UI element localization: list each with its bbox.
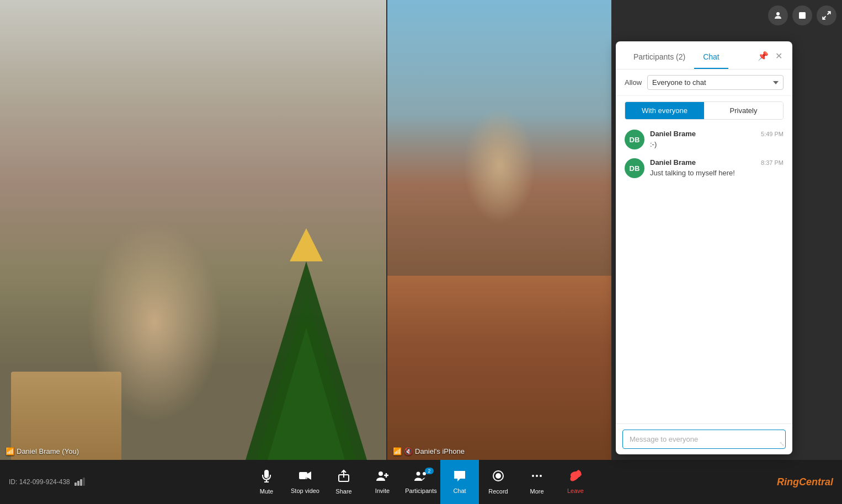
video-label-2: 📶 🔇 Daniel's iPhone [393,447,465,455]
svg-rect-7 [83,478,85,486]
toolbar-mute[interactable]: ▲ Mute [247,460,286,504]
svg-point-17 [417,472,420,476]
chat-input[interactable] [622,430,786,449]
svg-rect-4 [74,482,77,486]
leave-icon [568,470,583,485]
mode-privately[interactable]: Privately [704,102,783,119]
message-header-1: Daniel Brame 5:49 PM [650,130,784,138]
resize-handle: ⤡ [779,440,785,448]
top-bar-icons [768,6,836,25]
invite-label: Invite [375,487,390,494]
invite-icon [375,470,390,485]
pin-button[interactable]: 📌 [756,50,770,62]
svg-point-22 [536,475,538,477]
avatar-2: DB [625,158,644,178]
message-text-2: Just talking to myself here! [650,168,784,178]
mute-label: Mute [260,488,273,495]
mode-with-everyone[interactable]: With everyone [625,102,704,119]
record-label: Record [488,488,508,495]
allow-select[interactable]: Everyone to chat [647,75,784,90]
svg-rect-5 [77,481,79,486]
participants-label: Participants [405,487,436,494]
header-actions: 📌 ✕ [756,50,784,68]
toolbar-share[interactable]: Share [324,460,363,504]
mute-caret: ▲ [265,475,270,480]
fullscreen-icon[interactable] [817,6,836,25]
toolbar-stop-video[interactable]: ▲ Stop video [286,460,324,504]
record-square-icon[interactable] [792,6,812,25]
leave-label: Leave [567,487,584,494]
svg-point-0 [776,12,780,15]
toolbar: ID: 142-099-924-438 ▲ Mute ▲ Stop [0,460,842,504]
participants-badge: 2 [425,468,434,474]
brand-logo: RingCentral [777,476,833,488]
svg-rect-6 [80,479,82,486]
toolbar-items: ▲ Mute ▲ Stop video Share Invite [247,460,595,504]
share-icon [337,469,350,486]
message-2: DB Daniel Brame 8:37 PM Just talking to … [625,158,784,178]
profile-icon[interactable] [768,6,788,25]
signal-icon-2: 📶 [393,447,402,455]
chat-label: Chat [453,487,466,494]
record-icon-toolbar [492,469,505,486]
allow-section: Allow Everyone to chat [616,69,792,96]
video-cell-1: 📶 Daniel Brame (You) [0,0,386,460]
video-cell-2: 📶 🔇 Daniel's iPhone [387,0,611,460]
message-body-1: Daniel Brame 5:49 PM :-) [650,130,784,149]
svg-rect-1 [799,12,806,19]
message-time-1: 5:49 PM [761,131,784,137]
toolbar-leave[interactable]: Leave [556,460,595,504]
tab-participants[interactable]: Participants (2) [625,48,694,69]
video-label-1: 📶 Daniel Brame (You) [6,447,79,455]
message-sender-1: Daniel Brame [650,130,696,138]
toolbar-participants[interactable]: 2 Participants [402,460,440,504]
signal-icon-1: 📶 [6,447,14,455]
more-label: More [530,488,543,495]
chat-icon [453,470,466,485]
participants-icon: 2 [414,470,428,485]
message-body-2: Daniel Brame 8:37 PM Just talking to mys… [650,158,784,178]
signal-strength-icon [74,477,86,487]
message-time-2: 8:37 PM [761,159,784,166]
svg-point-14 [379,471,383,476]
stop-video-label: Stop video [291,487,319,494]
allow-label: Allow [625,78,642,87]
toolbar-more[interactable]: More [518,460,556,504]
share-label: Share [335,488,351,495]
meeting-id: ID: 142-099-924-438 [9,478,70,486]
video-caret: ▲ [304,475,308,480]
toolbar-invite[interactable]: Invite [363,460,402,504]
mute-icon-2: 🔇 [404,447,413,455]
chat-panel: Participants (2) Chat 📌 ✕ Allow Everyone… [616,41,792,454]
svg-point-23 [540,475,542,477]
close-button[interactable]: ✕ [774,50,784,62]
toolbar-left: ID: 142-099-924-438 [9,477,86,487]
svg-point-21 [532,475,534,477]
stop-video-icon: ▲ [299,470,312,485]
mute-icon: ▲ [260,469,273,486]
chat-messages: DB Daniel Brame 5:49 PM :-) DB Daniel Br… [616,125,792,423]
message-header-2: Daniel Brame 8:37 PM [650,158,784,167]
toolbar-record[interactable]: Record [479,460,518,504]
chat-mode-toggle: With everyone Privately [625,101,784,120]
chat-input-area: ⤡ [616,423,792,454]
toolbar-chat[interactable]: Chat [440,460,479,504]
more-icon [530,469,543,486]
message-sender-2: Daniel Brame [650,158,696,167]
avatar-1: DB [625,130,644,149]
svg-point-20 [495,473,501,479]
message-1: DB Daniel Brame 5:49 PM :-) [625,130,784,149]
tab-chat[interactable]: Chat [694,48,728,69]
message-text-1: :-) [650,140,784,149]
chat-header: Participants (2) Chat 📌 ✕ [616,41,792,69]
